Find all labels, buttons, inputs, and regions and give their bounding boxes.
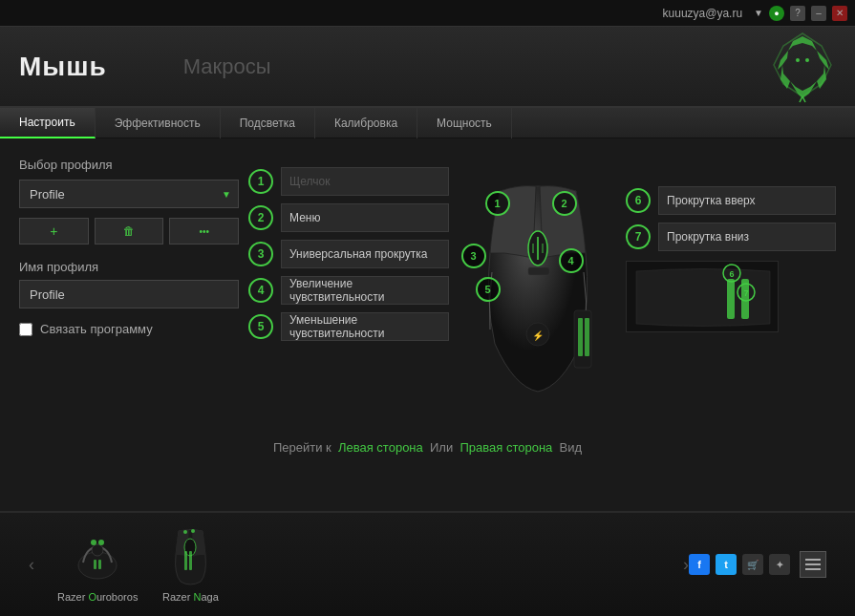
mouse-dot-5[interactable]: 5	[476, 277, 501, 302]
delete-profile-button[interactable]: 🗑	[95, 218, 164, 244]
prev-device-button[interactable]: ‹	[29, 555, 48, 575]
close-button[interactable]: ✕	[832, 6, 847, 21]
title-bar: kuuuzya@ya.ru ▼ ● ? – ✕	[0, 0, 855, 27]
svg-rect-23	[94, 560, 96, 569]
svg-rect-28	[184, 551, 187, 570]
facebook-icon[interactable]: f	[689, 554, 710, 575]
minimize-button[interactable]: –	[811, 6, 826, 21]
button-row-2: 2 Меню	[248, 203, 449, 232]
svg-point-25	[91, 540, 96, 545]
help-button[interactable]: ?	[790, 6, 805, 21]
svg-text:⚡: ⚡	[532, 329, 545, 342]
device-item-ouroboros[interactable]: Razer Ouroboros	[57, 526, 138, 603]
right-button-row-7: 7 Прокрутка вниз	[626, 223, 836, 251]
button-num-1: 1	[248, 169, 273, 194]
device-list: Razer Ouroboros Raze	[48, 526, 673, 603]
svg-point-1	[796, 58, 800, 62]
button-label-2[interactable]: Меню	[281, 203, 449, 232]
shop-icon[interactable]: 🛒	[742, 554, 763, 575]
profile-name-input[interactable]	[19, 280, 239, 308]
svg-point-22	[92, 544, 103, 556]
svg-text:7: 7	[743, 288, 748, 298]
button-row-5: 5 Уменьшение чувствительности	[248, 312, 449, 341]
bind-program-label: Связать программу	[40, 322, 153, 336]
tab-performance[interactable]: Эффективность	[96, 108, 221, 138]
button-row-3: 3 Универсальная прокрутка	[248, 240, 449, 268]
profile-select-wrapper: Profile ▼	[19, 180, 239, 208]
button-num-3: 3	[248, 242, 273, 266]
ouroboros-name: Razer Ouroboros	[57, 591, 138, 603]
svg-point-2	[805, 58, 809, 62]
right-button-label-7[interactable]: Прокрутка вниз	[658, 223, 836, 251]
button-row-4: 4 Увеличение чувствительности	[248, 276, 449, 305]
right-button-row-6: 6 Прокрутка вверх	[626, 186, 836, 215]
svg-rect-24	[98, 560, 101, 569]
mouse-dot-3[interactable]: 3	[461, 244, 486, 268]
more-options-button[interactable]: •••	[169, 218, 239, 244]
button-label-3[interactable]: Универсальная прокрутка	[281, 240, 449, 268]
button-label-4[interactable]: Увеличение чувствительности	[281, 276, 449, 305]
trash-icon: 🗑	[123, 224, 135, 238]
profile-name-label: Имя профиля	[19, 260, 239, 274]
svg-line-3	[800, 96, 802, 102]
macro-title[interactable]: Макросы	[183, 54, 271, 79]
device-item-naga[interactable]: Razer Naga	[157, 526, 224, 603]
twitter-icon[interactable]: t	[716, 554, 737, 575]
mouse-dot-2[interactable]: 2	[552, 191, 577, 216]
tab-power[interactable]: Мощность	[417, 108, 512, 138]
svg-point-31	[191, 529, 195, 533]
button-num-5: 5	[248, 314, 273, 339]
razer-logo	[764, 32, 841, 103]
extra-icon[interactable]: ✦	[769, 554, 790, 575]
naga-name: Razer Naga	[162, 591, 219, 603]
profile-select-label: Выбор профиля	[19, 158, 239, 172]
add-profile-button[interactable]: +	[19, 218, 89, 244]
nav-prefix: Перейти к	[273, 440, 331, 455]
ouroboros-icon	[64, 526, 131, 588]
svg-point-26	[98, 540, 104, 545]
svg-rect-9	[528, 267, 549, 275]
tab-backlight[interactable]: Подсветка	[221, 108, 315, 138]
bind-program-checkbox[interactable]	[19, 323, 32, 336]
svg-rect-29	[189, 551, 192, 570]
nav-links: Перейти к Левая сторона Или Правая сторо…	[0, 435, 855, 460]
svg-rect-15	[727, 279, 735, 319]
dropdown-arrow-icon[interactable]: ▼	[754, 8, 763, 18]
green-indicator-icon: ●	[769, 6, 784, 21]
email-display: kuuuzya@ya.ru	[663, 7, 743, 20]
right-button-num-7: 7	[626, 224, 651, 249]
bottom-bar: ‹ Razer Ouroboros	[0, 511, 855, 616]
left-side-link[interactable]: Левая сторона	[338, 440, 423, 455]
tab-customize[interactable]: Настроить	[0, 108, 96, 138]
svg-text:6: 6	[729, 269, 734, 279]
right-side-link[interactable]: Правая сторона	[460, 440, 552, 455]
bind-program-row: Связать программу	[19, 322, 239, 336]
bottom-right-icons: f t 🛒 ✦	[689, 551, 826, 578]
svg-point-30	[183, 530, 187, 534]
tab-calibration[interactable]: Калибровка	[315, 108, 417, 138]
button-row-1: 1 Щелчок	[248, 167, 449, 196]
svg-rect-12	[585, 318, 589, 356]
nav-middle: Или	[430, 440, 453, 455]
app-title: Мышь	[19, 52, 107, 82]
mouse-dot-1[interactable]: 1	[485, 191, 510, 216]
mouse-image-area: ⚡ 1 2 3 4 5	[459, 158, 616, 415]
right-button-num-6: 6	[626, 188, 651, 213]
svg-rect-34	[805, 568, 821, 570]
menu-button[interactable]	[800, 551, 826, 578]
profile-select[interactable]: Profile	[19, 180, 239, 208]
button-label-5[interactable]: Уменьшение чувствительности	[281, 312, 449, 341]
button-num-4: 4	[248, 278, 273, 303]
right-button-label-6[interactable]: Прокрутка вверх	[658, 186, 836, 215]
button-num-2: 2	[248, 205, 273, 230]
svg-rect-32	[805, 559, 821, 561]
nav-tabs: Настроить Эффективность Подсветка Калибр…	[0, 108, 855, 138]
nav-suffix: Вид	[560, 440, 583, 455]
svg-rect-33	[805, 563, 821, 565]
main-content: Выбор профиля Profile ▼ + 🗑 ••• Имя проф…	[0, 138, 855, 435]
mouse-dot-4[interactable]: 4	[559, 248, 584, 273]
svg-rect-11	[578, 318, 583, 356]
right-buttons-panel: 6 Прокрутка вверх 7 Прокрутка вниз 6 7	[626, 158, 836, 415]
side-panel-image: 6 7	[626, 261, 779, 332]
button-label-1[interactable]: Щелчок	[281, 167, 449, 196]
